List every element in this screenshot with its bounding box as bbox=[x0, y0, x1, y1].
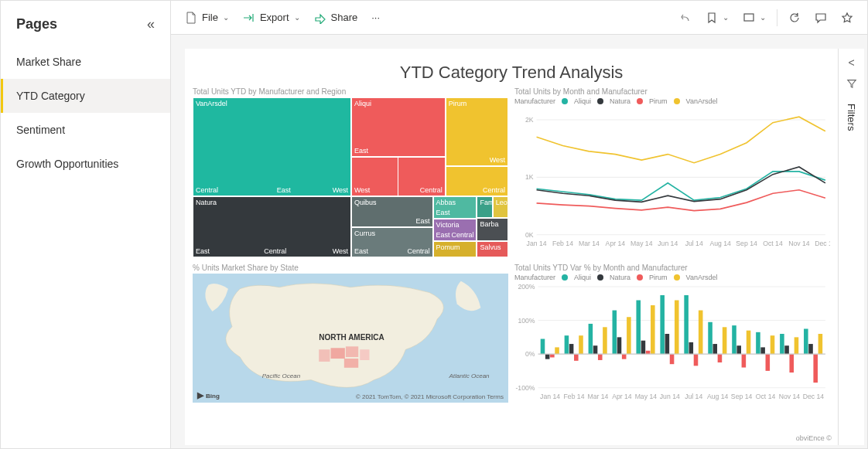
svg-rect-73 bbox=[646, 351, 651, 354]
svg-rect-0 bbox=[744, 14, 754, 21]
svg-text:Jan 14: Jan 14 bbox=[527, 240, 547, 247]
svg-rect-51 bbox=[684, 295, 689, 354]
filter-funnel-icon[interactable] bbox=[846, 78, 857, 91]
undo-icon bbox=[679, 12, 692, 24]
svg-text:Sep 14: Sep 14 bbox=[731, 393, 753, 400]
svg-rect-65 bbox=[736, 345, 741, 354]
chevron-down-icon: ⌄ bbox=[294, 13, 300, 22]
svg-rect-67 bbox=[784, 345, 789, 354]
export-icon bbox=[243, 12, 255, 24]
collapse-pages-icon[interactable]: « bbox=[147, 16, 155, 32]
svg-rect-63 bbox=[689, 342, 694, 354]
svg-text:0K: 0K bbox=[525, 231, 534, 239]
svg-rect-92 bbox=[818, 334, 823, 354]
svg-rect-49 bbox=[636, 300, 641, 354]
svg-rect-90 bbox=[771, 335, 775, 354]
file-icon bbox=[185, 12, 197, 24]
svg-rect-64 bbox=[713, 344, 717, 354]
svg-text:Nov 14: Nov 14 bbox=[788, 240, 810, 247]
pages-pane: Pages « Market ShareYTD CategorySentimen… bbox=[1, 1, 171, 448]
comment-button[interactable] bbox=[808, 7, 833, 29]
svg-rect-75 bbox=[694, 354, 699, 366]
visual-treemap[interactable]: Total Units YTD by Manufacturer and Regi… bbox=[193, 87, 508, 257]
visual-map[interactable]: % Units Market Share by State bbox=[193, 264, 508, 403]
svg-text:Mar 14: Mar 14 bbox=[587, 393, 608, 400]
svg-text:Oct 14: Oct 14 bbox=[756, 393, 776, 400]
page-tab-ytd-category[interactable]: YTD Category bbox=[1, 79, 170, 113]
share-label: Share bbox=[331, 12, 358, 23]
svg-text:2K: 2K bbox=[525, 116, 534, 124]
share-icon bbox=[314, 12, 326, 24]
export-button[interactable]: Export ⌄ bbox=[237, 7, 306, 29]
map-copyright: © 2021 TomTom, © 2021 Microsoft Corporat… bbox=[356, 393, 504, 400]
refresh-button[interactable] bbox=[782, 7, 807, 29]
svg-rect-79 bbox=[789, 354, 794, 372]
report-canvas[interactable]: YTD Category Trend Analysis Total Units … bbox=[185, 49, 838, 445]
svg-text:Feb 14: Feb 14 bbox=[564, 393, 585, 400]
chevron-down-icon: ⌄ bbox=[223, 13, 229, 22]
expand-filters-icon[interactable]: < bbox=[848, 56, 854, 69]
visual-title: Total Units YTD by Manufacturer and Regi… bbox=[193, 87, 508, 96]
more-icon: ··· bbox=[371, 12, 380, 23]
svg-rect-20 bbox=[331, 348, 345, 359]
svg-rect-76 bbox=[718, 354, 723, 362]
svg-rect-57 bbox=[545, 354, 550, 359]
page-tab-sentiment[interactable]: Sentiment bbox=[1, 113, 170, 147]
visual-title: Total Units YTD Var % by Month and Manuf… bbox=[514, 264, 830, 272]
pages-title: Pages bbox=[16, 16, 57, 32]
svg-text:Jun 14: Jun 14 bbox=[658, 240, 678, 247]
svg-rect-89 bbox=[747, 331, 751, 354]
svg-rect-70 bbox=[574, 354, 579, 361]
svg-rect-53 bbox=[732, 325, 736, 354]
visual-bar-chart[interactable]: Total Units YTD Var % by Month and Manuf… bbox=[514, 264, 830, 403]
svg-rect-60 bbox=[617, 337, 622, 354]
bookmark-button[interactable]: ⌄ bbox=[699, 7, 735, 29]
map-atlantic-label: Atlantic Ocean bbox=[449, 372, 490, 379]
svg-rect-66 bbox=[760, 347, 765, 354]
visual-title: Total Units by Month and Manufacturer bbox=[514, 87, 830, 96]
file-button[interactable]: File ⌄ bbox=[179, 7, 235, 29]
svg-rect-21 bbox=[346, 346, 358, 357]
undo-button[interactable] bbox=[673, 7, 698, 29]
view-button[interactable]: ⌄ bbox=[736, 7, 772, 29]
svg-text:Jul 14: Jul 14 bbox=[685, 393, 702, 400]
svg-rect-56 bbox=[804, 328, 808, 354]
svg-rect-69 bbox=[550, 354, 555, 357]
svg-rect-80 bbox=[813, 354, 818, 383]
svg-rect-84 bbox=[627, 317, 631, 354]
favorite-button[interactable] bbox=[835, 7, 859, 29]
visual-line-chart[interactable]: Total Units by Month and Manufacturer Ma… bbox=[514, 87, 830, 257]
svg-text:Feb 14: Feb 14 bbox=[552, 240, 573, 247]
visual-title: % Units Market Share by State bbox=[193, 264, 508, 272]
svg-rect-52 bbox=[708, 322, 713, 354]
chevron-down-icon: ⌄ bbox=[760, 13, 766, 22]
map[interactable]: NORTH AMERICA Pacific Ocean Atlantic Oce… bbox=[193, 274, 508, 403]
svg-rect-71 bbox=[598, 354, 603, 360]
page-tab-market-share[interactable]: Market Share bbox=[1, 45, 170, 79]
svg-rect-45 bbox=[541, 339, 545, 355]
svg-text:Dec 14: Dec 14 bbox=[803, 393, 825, 400]
svg-rect-54 bbox=[756, 332, 760, 354]
svg-rect-78 bbox=[766, 354, 771, 371]
more-button[interactable]: ··· bbox=[365, 7, 386, 28]
svg-rect-61 bbox=[641, 341, 646, 354]
comment-icon bbox=[815, 12, 827, 24]
svg-rect-23 bbox=[344, 359, 358, 368]
svg-text:-100%: -100% bbox=[515, 384, 535, 392]
svg-text:1K: 1K bbox=[525, 173, 534, 181]
share-button[interactable]: Share bbox=[308, 7, 364, 29]
svg-rect-82 bbox=[579, 335, 583, 354]
svg-rect-24 bbox=[360, 349, 369, 360]
svg-text:Jan 14: Jan 14 bbox=[540, 393, 560, 400]
report-title: YTD Category Trend Analysis bbox=[185, 49, 838, 87]
svg-rect-77 bbox=[742, 354, 747, 367]
svg-text:Jun 14: Jun 14 bbox=[660, 393, 680, 400]
map-center-label: NORTH AMERICA bbox=[319, 333, 384, 342]
svg-rect-22 bbox=[319, 349, 330, 362]
bookmark-icon bbox=[706, 12, 718, 24]
page-tab-growth-opportunities[interactable]: Growth Opportunities bbox=[1, 147, 170, 181]
chevron-down-icon: ⌄ bbox=[723, 13, 729, 22]
filters-pane[interactable]: < Filters bbox=[838, 49, 864, 445]
svg-text:Nov 14: Nov 14 bbox=[779, 393, 801, 400]
main-area: File ⌄ Export ⌄ Share ··· ⌄ bbox=[171, 1, 867, 448]
